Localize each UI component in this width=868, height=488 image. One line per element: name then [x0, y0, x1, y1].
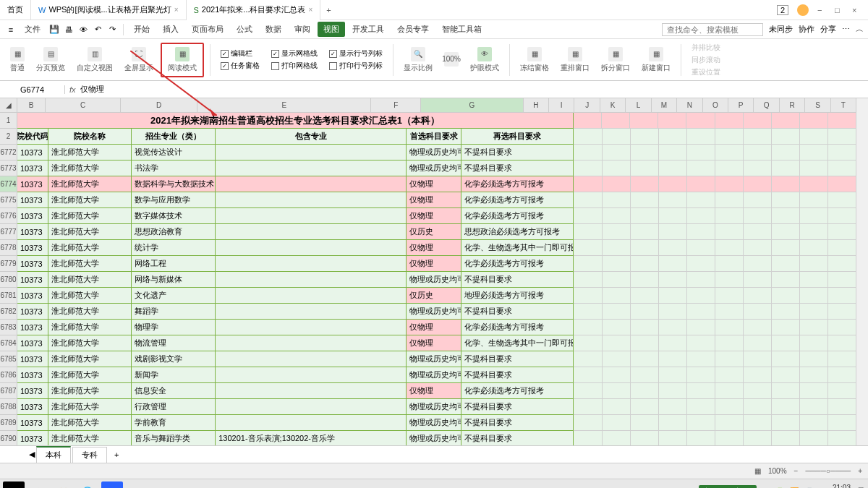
header-cell[interactable]: 首选科目要求 [407, 129, 461, 145]
empty-cell[interactable] [828, 415, 856, 431]
data-cell[interactable] [216, 145, 407, 160]
empty-cell[interactable] [603, 415, 631, 431]
menu-start[interactable]: 开始 [128, 22, 156, 37]
data-cell[interactable]: 舞蹈学 [132, 304, 216, 320]
data-cell[interactable] [216, 415, 407, 431]
row-header[interactable]: 6780 [0, 272, 17, 288]
menu-tools[interactable]: 智能工具箱 [436, 22, 488, 37]
menu-member[interactable]: 会员专享 [391, 22, 435, 37]
empty-cell[interactable] [687, 224, 715, 240]
empty-cell[interactable] [659, 351, 687, 367]
data-cell[interactable]: 物理或历史均可 [407, 399, 461, 415]
empty-cell[interactable] [631, 335, 659, 351]
data-cell[interactable]: 不提科目要求 [461, 399, 574, 415]
data-cell[interactable] [216, 224, 407, 240]
row-header[interactable]: 6790 [0, 431, 17, 445]
empty-cell[interactable] [744, 208, 772, 224]
empty-cell[interactable] [630, 113, 658, 129]
empty-cell[interactable] [800, 176, 828, 192]
fx-icon[interactable]: fx [69, 85, 76, 94]
maximize-icon[interactable]: □ [835, 6, 843, 14]
empty-cell[interactable] [603, 335, 631, 351]
empty-cell[interactable] [772, 288, 800, 304]
empty-cell[interactable] [828, 176, 856, 192]
data-cell[interactable]: 物理或历史均可 [407, 367, 461, 383]
data-cell[interactable]: 物流管理 [132, 335, 216, 351]
empty-cell[interactable] [828, 351, 856, 367]
empty-cell[interactable] [574, 224, 602, 240]
empty-cell[interactable] [603, 367, 631, 383]
empty-cell[interactable] [800, 431, 828, 445]
header-cell[interactable]: 再选科目要求 [461, 129, 574, 145]
data-cell[interactable] [216, 304, 407, 320]
collab-button[interactable]: 协作 [799, 24, 814, 35]
empty-cell[interactable] [828, 129, 856, 145]
empty-cell[interactable] [828, 335, 856, 351]
data-cell[interactable]: 10373 [17, 160, 48, 176]
data-cell[interactable]: 仅历史 [407, 224, 461, 240]
empty-cell[interactable] [744, 288, 772, 304]
data-cell[interactable]: 10373 [17, 192, 48, 208]
undo-icon[interactable]: ↶ [91, 23, 104, 36]
empty-cell[interactable] [574, 240, 602, 256]
empty-cell[interactable] [603, 160, 631, 176]
data-cell[interactable]: 10373 [17, 351, 48, 367]
data-cell[interactable]: 不提科目要求 [461, 160, 574, 176]
row-header[interactable]: 6773 [0, 160, 17, 176]
chevron-up-icon[interactable]: ︿ [856, 24, 864, 35]
empty-cell[interactable] [828, 367, 856, 383]
data-cell[interactable]: 视觉传达设计 [132, 145, 216, 160]
formula-input[interactable]: 仅物理 [80, 84, 104, 95]
row-header[interactable]: 6788 [0, 399, 17, 415]
data-cell[interactable] [216, 192, 407, 208]
empty-cell[interactable] [631, 272, 659, 288]
empty-cell[interactable] [631, 208, 659, 224]
empty-cell[interactable] [659, 320, 687, 335]
empty-cell[interactable] [772, 192, 800, 208]
empty-cell[interactable] [574, 320, 602, 335]
empty-cell[interactable] [658, 113, 686, 129]
file-menu[interactable]: 文件 [19, 22, 46, 37]
data-cell[interactable]: 淮北师范大学 [48, 399, 132, 415]
empty-cell[interactable] [744, 129, 772, 145]
empty-cell[interactable] [659, 431, 687, 445]
data-cell[interactable] [216, 256, 407, 272]
data-cell[interactable] [216, 335, 407, 351]
empty-cell[interactable] [603, 192, 631, 208]
gridlines-check[interactable]: ✓显示网格线 [271, 48, 318, 59]
data-cell[interactable]: 淮北师范大学 [48, 145, 132, 160]
empty-cell[interactable] [715, 304, 744, 320]
empty-cell[interactable] [715, 224, 744, 240]
empty-cell[interactable] [715, 367, 744, 383]
empty-cell[interactable] [574, 367, 602, 383]
empty-cell[interactable] [603, 431, 631, 445]
data-cell[interactable]: 化学必须选考方可报考 [461, 176, 574, 192]
row-header[interactable]: 6785 [0, 351, 17, 367]
chrome-icon[interactable]: 🌐 [77, 481, 98, 489]
data-cell[interactable] [216, 288, 407, 304]
data-cell[interactable]: 仅物理 [407, 383, 461, 399]
add-tab-button[interactable]: + [320, 6, 336, 14]
empty-cell[interactable] [800, 288, 828, 304]
explorer-icon[interactable]: 📁 [52, 481, 74, 489]
empty-cell[interactable] [744, 399, 772, 415]
header-cell[interactable]: 包含专业 [216, 129, 407, 145]
empty-cell[interactable] [659, 208, 687, 224]
tab-doc1[interactable]: WWPS的[阅读模...让表格开启聚光灯× [31, 0, 187, 20]
empty-cell[interactable] [772, 240, 800, 256]
col-header-H[interactable]: H [524, 98, 549, 113]
view-icon[interactable]: ▦ [754, 467, 761, 475]
empty-cell[interactable] [631, 176, 659, 192]
empty-cell[interactable] [574, 176, 602, 192]
empty-cell[interactable] [715, 176, 744, 192]
empty-cell[interactable] [631, 415, 659, 431]
empty-cell[interactable] [828, 288, 856, 304]
empty-cell[interactable] [715, 240, 744, 256]
data-cell[interactable]: 不提科目要求 [461, 272, 574, 288]
data-cell[interactable]: 10373 [17, 415, 48, 431]
data-cell[interactable]: 仅物理 [407, 240, 461, 256]
data-cell[interactable]: 仅历史 [407, 288, 461, 304]
empty-cell[interactable] [744, 335, 772, 351]
sheet-nav-first-icon[interactable]: ◀ [29, 450, 35, 459]
col-header-G[interactable]: G [421, 98, 523, 113]
